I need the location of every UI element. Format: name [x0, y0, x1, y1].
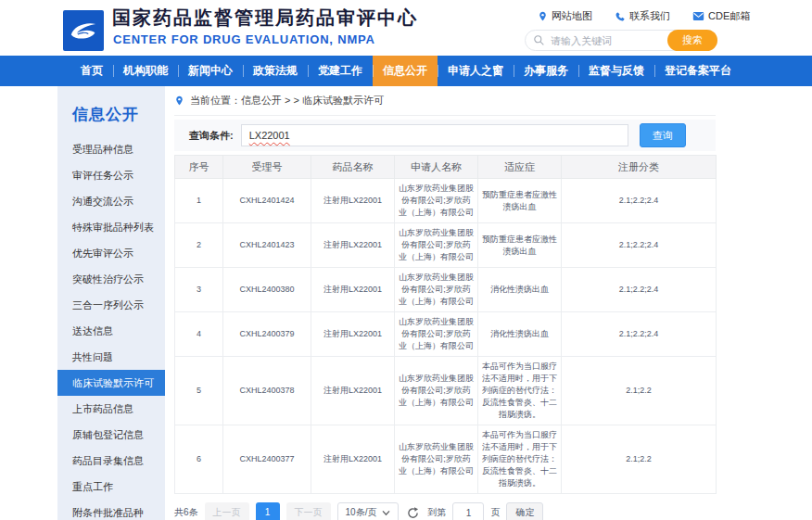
table-header-row: 序号 受理号 药品名称 申请人名称 适应症 注册分类	[175, 156, 717, 179]
cell-acceptance-no: CXHL2401424	[223, 179, 311, 223]
site-title: 国家药品监督管理局药品审评中心	[112, 6, 418, 31]
cell-category: 2.1;2.2;2.4	[562, 312, 717, 357]
cell-drug-name: 注射用LX22001	[311, 357, 395, 425]
cell-applicant: 山东罗欣药业集团股份有限公司;罗欣药业（上海）有限公司	[395, 268, 478, 312]
nav-item[interactable]: 党建工作	[308, 56, 373, 86]
prev-page-button[interactable]: 上一页	[205, 502, 249, 520]
site-search: 搜索	[525, 30, 717, 51]
sidebar-item[interactable]: 三合一序列公示	[57, 292, 165, 318]
cell-seq: 2	[175, 223, 223, 268]
sidebar-item[interactable]: 临床试验默示许可	[57, 370, 165, 396]
quick-link-label: CDE邮箱	[708, 9, 750, 23]
site-subtitle: CENTER FOR DRUG EVALUATION, NMPA	[113, 32, 375, 46]
table-header-cell: 注册分类	[562, 156, 717, 179]
query-panel: 查询条件: LX22001 查询	[174, 120, 716, 151]
cell-indication: 预防重症患者应激性溃疡出血	[478, 223, 562, 268]
cell-drug-name: 注射用LX22001	[311, 179, 395, 223]
cell-applicant: 山东罗欣药业集团股份有限公司;罗欣药业（上海）有限公司	[395, 357, 478, 425]
location-pin-icon	[538, 10, 548, 22]
cell-category: 2.1;2.2;2.4	[562, 223, 717, 268]
nav-item[interactable]: 登记备案平台	[654, 56, 742, 86]
nav-item[interactable]: 监督与反馈	[578, 56, 654, 86]
confirm-button[interactable]: 确定	[506, 502, 543, 520]
table-row: 2 CXHL2401423 注射用LX22001 山东罗欣药业集团股份有限公司;…	[175, 223, 717, 268]
cell-acceptance-no: CXHL2401423	[223, 223, 311, 268]
sidebar-item[interactable]: 共性问题	[57, 344, 165, 370]
table-header-cell: 适应症	[478, 156, 562, 179]
cell-category: 2.1;2.2;2.4	[562, 179, 717, 223]
cell-drug-name: 注射用LX22001	[311, 268, 395, 312]
cell-category: 2.1;2.2;2.4	[562, 268, 717, 312]
sidebar-item[interactable]: 附条件批准品种	[57, 500, 165, 520]
nav-item[interactable]: 政策法规	[243, 56, 308, 86]
query-label: 查询条件:	[189, 129, 234, 143]
sidebar-menu: 受理品种信息 审评任务公示 沟通交流公示 特殊审批品种列表 优先审评公示 突破性…	[57, 136, 165, 520]
nav-item[interactable]: 新闻中心	[178, 56, 243, 86]
total-count: 共6条	[174, 506, 198, 519]
header-quick-links: 网站地图 联系我们 CDE邮箱	[538, 9, 750, 23]
sidebar-item[interactable]: 沟通交流公示	[57, 188, 165, 214]
quick-link-label: 联系我们	[629, 9, 670, 23]
main-nav: 首页 机构职能 新闻中心 政策法规 党建工作 信息公开 申请人之窗 办事服务 监…	[0, 56, 812, 86]
cde-mail-link[interactable]: CDE邮箱	[692, 9, 750, 23]
search-button[interactable]: 搜索	[667, 30, 717, 51]
table-row: 5 CXHL2400378 注射用LX22001 山东罗欣药业集团股份有限公司;…	[175, 357, 717, 425]
cell-indication: 消化性溃疡出血	[478, 312, 562, 357]
jump-suffix: 页	[490, 506, 500, 519]
logo-swoosh-icon	[67, 17, 100, 44]
breadcrumb: 当前位置：信息公开 > > 临床试验默示许可	[174, 86, 716, 116]
nav-item[interactable]: 申请人之窗	[438, 56, 514, 86]
sidebar-item[interactable]: 特殊审批品种列表	[57, 214, 165, 240]
next-page-button[interactable]: 下一页	[286, 502, 331, 520]
table-header-cell: 药品名称	[311, 156, 395, 179]
sidebar-item[interactable]: 重点工作	[57, 474, 165, 500]
nav-item[interactable]: 信息公开	[373, 56, 438, 86]
cell-seq: 5	[175, 357, 223, 425]
cell-acceptance-no: CXHL2400377	[223, 425, 311, 494]
chevron-down-icon	[382, 510, 390, 516]
cell-indication: 本品可作为当口服疗法不适用时，用于下列病症的替代疗法：反流性食管炎、十二指肠溃疡…	[478, 357, 562, 425]
pagination: 共6条 上一页 1 下一页 10条/页 到第 页 确定	[174, 502, 716, 520]
cell-applicant: 山东罗欣药业集团股份有限公司;罗欣药业（上海）有限公司	[395, 179, 478, 223]
breadcrumb-text: 当前位置：信息公开 > > 临床试验默示许可	[190, 94, 384, 108]
sidebar-title: 信息公开	[57, 86, 165, 133]
sitemap-link[interactable]: 网站地图	[538, 9, 592, 23]
cell-acceptance-no: CXHL2400378	[223, 357, 311, 425]
page-size-value: 10条/页	[346, 503, 377, 520]
refresh-icon[interactable]	[407, 507, 419, 519]
table-header-cell: 申请人名称	[395, 156, 478, 179]
sidebar-item[interactable]: 送达信息	[57, 318, 165, 344]
sidebar-item[interactable]: 上市药品信息	[57, 396, 165, 422]
query-button[interactable]: 查询	[640, 123, 686, 147]
table-row: 6 CXHL2400377 注射用LX22001 山东罗欣药业集团股份有限公司;…	[175, 425, 717, 494]
sidebar-item[interactable]: 受理品种信息	[57, 136, 165, 162]
table-body: 1 CXHL2401424 注射用LX22001 山东罗欣药业集团股份有限公司;…	[175, 179, 717, 494]
mail-icon	[692, 11, 704, 21]
cell-seq: 1	[175, 179, 223, 223]
contact-link[interactable]: 联系我们	[615, 9, 670, 23]
page-size-select[interactable]: 10条/页	[337, 502, 400, 520]
nav-item[interactable]: 办事服务	[514, 56, 578, 86]
sidebar-item[interactable]: 审评任务公示	[57, 162, 165, 188]
sidebar-item[interactable]: 原辅包登记信息	[57, 422, 165, 448]
results-table: 序号 受理号 药品名称 申请人名称 适应症 注册分类 1 CXHL2401424	[174, 155, 717, 494]
cell-seq: 6	[175, 425, 223, 494]
table-header-cell: 序号	[175, 156, 223, 179]
nav-item[interactable]: 机构职能	[113, 56, 178, 86]
sidebar-item[interactable]: 药品目录集信息	[57, 448, 165, 474]
refresh-arrow-icon	[407, 507, 419, 519]
jump-page-input[interactable]	[452, 502, 484, 520]
query-input[interactable]: LX22001	[241, 124, 628, 146]
current-page-button[interactable]: 1	[256, 502, 280, 520]
sidebar-item[interactable]: 突破性治疗公示	[57, 266, 165, 292]
cell-seq: 4	[175, 312, 223, 357]
sidebar-item[interactable]: 优先审评公示	[57, 240, 165, 266]
cde-logo[interactable]	[63, 10, 104, 51]
table-row: 1 CXHL2401424 注射用LX22001 山东罗欣药业集团股份有限公司;…	[175, 179, 717, 223]
cell-drug-name: 注射用LX22001	[311, 223, 395, 268]
location-pin-icon	[174, 95, 184, 107]
jump-prefix: 到第	[427, 506, 446, 519]
phone-icon	[615, 11, 626, 22]
nav-item[interactable]: 首页	[70, 56, 113, 86]
cell-indication: 消化性溃疡出血	[478, 268, 562, 312]
